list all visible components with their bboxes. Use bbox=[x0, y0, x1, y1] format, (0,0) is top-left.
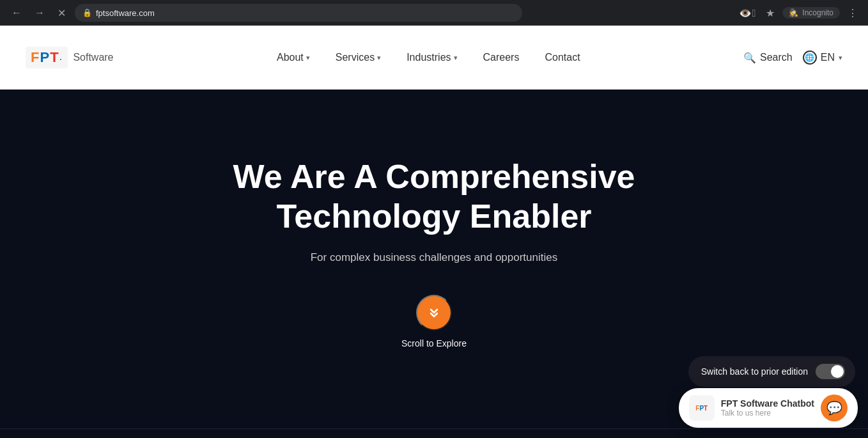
chatbot-open-button[interactable]: 💬 bbox=[821, 395, 848, 421]
header-right: 🔍 Search 🌐 EN ▾ bbox=[743, 51, 842, 65]
more-button[interactable]: ⋮ bbox=[845, 4, 860, 22]
back-button[interactable]: ← bbox=[8, 4, 26, 21]
main-nav: About ▾ Services ▾ Industries ▾ Careers … bbox=[267, 47, 591, 68]
hero-subtitle: For complex business challenges and oppo… bbox=[311, 251, 558, 264]
browser-chrome: ← → ✕ 🔒 fptsoftware.com 👁️​⃠ ★ 🕵 Incogni… bbox=[0, 0, 868, 26]
chevron-down-icon: ▾ bbox=[306, 54, 310, 62]
secure-icon: 🔒 bbox=[82, 8, 92, 17]
chevron-down-icon: ▾ bbox=[839, 54, 842, 62]
logo-box: FPT· bbox=[26, 47, 68, 68]
logo-p: P bbox=[40, 49, 50, 65]
logo-software-text: Software bbox=[73, 52, 113, 63]
hero-title: We Are A Comprehensive Technology Enable… bbox=[146, 157, 722, 237]
search-button[interactable]: 🔍 Search bbox=[743, 52, 793, 64]
incognito-label: Incognito bbox=[802, 8, 833, 17]
scroll-label: Scroll to Explore bbox=[401, 338, 467, 348]
logo-t: T bbox=[50, 49, 59, 65]
toggle-knob bbox=[831, 365, 844, 378]
tab-global-presence[interactable]: Global Presence bbox=[291, 429, 392, 438]
bookmark-icon[interactable]: ★ bbox=[763, 4, 777, 22]
chatbot-logo-t: T bbox=[704, 405, 708, 412]
url-text: fptsoftware.com bbox=[96, 8, 155, 18]
toggle-switch[interactable] bbox=[816, 364, 845, 379]
nav-industries[interactable]: Industries ▾ bbox=[396, 47, 467, 68]
address-bar[interactable]: 🔒 fptsoftware.com bbox=[75, 4, 522, 22]
scroll-explore-wrap: Scroll to Explore bbox=[401, 295, 467, 348]
incognito-icon: 🕵 bbox=[789, 8, 798, 17]
switch-banner-label: Switch back to prior edition bbox=[701, 366, 808, 377]
close-button[interactable]: ✕ bbox=[54, 4, 70, 22]
double-chevron-down-icon bbox=[426, 305, 442, 320]
tab-services-industries[interactable]: Services & Industries bbox=[170, 429, 291, 438]
bottom-tabs: Overview Success Stories Services & Indu… bbox=[0, 428, 868, 438]
forward-button[interactable]: → bbox=[31, 4, 49, 21]
chevron-down-icon: ▾ bbox=[377, 54, 381, 62]
logo-fpt: FPT· bbox=[31, 49, 63, 66]
scroll-explore-button[interactable] bbox=[416, 295, 452, 331]
tab-overview[interactable]: Overview bbox=[0, 429, 71, 438]
chatbot-text: FPT Software Chatbot Talk to us here bbox=[721, 398, 814, 418]
chat-icon: 💬 bbox=[826, 400, 842, 416]
nav-about[interactable]: About ▾ bbox=[267, 47, 320, 68]
language-button[interactable]: 🌐 EN ▾ bbox=[803, 51, 842, 65]
eye-slash-icon[interactable]: 👁️​⃠ bbox=[736, 4, 758, 22]
nav-careers[interactable]: Careers bbox=[473, 47, 530, 68]
tab-success-stories[interactable]: Success Stories bbox=[71, 429, 171, 438]
nav-contact[interactable]: Contact bbox=[534, 47, 590, 68]
chatbot-name: FPT Software Chatbot bbox=[721, 398, 814, 409]
logo-link[interactable]: FPT· Software bbox=[26, 47, 114, 68]
switch-banner: Switch back to prior edition bbox=[688, 356, 855, 387]
chatbot-tagline: Talk to us here bbox=[721, 409, 814, 418]
browser-actions: 👁️​⃠ ★ 🕵 Incognito ⋮ bbox=[736, 4, 860, 22]
incognito-badge: 🕵 Incognito bbox=[782, 7, 840, 19]
tab-clients-partners[interactable]: Clients & Partners bbox=[392, 429, 500, 438]
logo-f: F bbox=[31, 49, 40, 65]
nav-services[interactable]: Services ▾ bbox=[325, 47, 391, 68]
globe-icon: 🌐 bbox=[803, 51, 817, 65]
chatbot-logo: FPT bbox=[689, 395, 715, 421]
site-header: FPT· Software About ▾ Services ▾ Industr… bbox=[0, 26, 868, 90]
search-icon: 🔍 bbox=[743, 52, 756, 64]
tab-people-culture[interactable]: People & Cu... bbox=[500, 429, 593, 438]
chevron-down-icon: ▾ bbox=[454, 54, 458, 62]
chatbot-widget: FPT FPT Software Chatbot Talk to us here… bbox=[679, 388, 858, 428]
logo-dot: · bbox=[60, 56, 63, 63]
